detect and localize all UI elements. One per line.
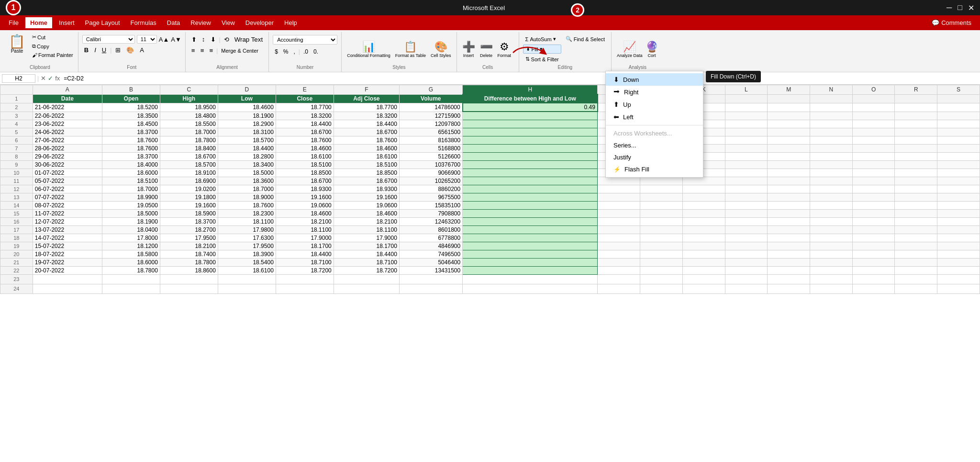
data-cell[interactable]: 12097800 [399, 120, 462, 128]
data-cell[interactable]: 19.1600 [334, 193, 399, 201]
bold-button[interactable]: B [82, 45, 90, 55]
data-cell[interactable]: 18.4600 [276, 144, 334, 152]
data-cell[interactable]: 18.3700 [160, 217, 218, 225]
data-cell[interactable]: 18.2700 [160, 225, 218, 234]
data-cell[interactable]: 19-07-2022 [33, 258, 102, 266]
data-cell[interactable]: 12715900 [399, 112, 462, 120]
data-cell-H[interactable] [463, 217, 598, 225]
data-cell[interactable]: 7496500 [399, 250, 462, 258]
header-adj-close[interactable]: Adj Close [334, 94, 399, 103]
data-cell[interactable]: 18.7000 [160, 128, 218, 136]
data-cell[interactable]: 18.4400 [276, 250, 334, 258]
data-cell[interactable]: 18.7200 [276, 266, 334, 274]
data-cell[interactable]: 18.3400 [218, 160, 276, 169]
data-cell[interactable]: 18.1100 [218, 217, 276, 225]
data-cell[interactable]: 17.8000 [102, 234, 160, 242]
data-cell[interactable]: 7908800 [399, 209, 462, 217]
align-bottom-button[interactable]: ⬇ [209, 35, 218, 44]
menu-help[interactable]: Help [279, 17, 302, 28]
data-cell[interactable]: 18.3200 [276, 112, 334, 120]
data-cell[interactable]: 05-07-2022 [33, 177, 102, 185]
data-cell-H[interactable] [463, 185, 598, 193]
header-low[interactable]: Low [218, 94, 276, 103]
format-button[interactable]: ⚙ Format [496, 39, 513, 59]
format-painter-button[interactable]: 🖌 Format Painter [30, 51, 75, 59]
sort-filter-button[interactable]: ⇅ Sort & Filter [523, 55, 561, 63]
fill-justify-item[interactable]: Justify [606, 151, 703, 163]
autosum-button[interactable]: Σ AutoSum ▾ [523, 35, 561, 43]
data-cell[interactable]: 24-06-2022 [33, 128, 102, 136]
data-cell-H[interactable] [463, 160, 598, 169]
data-cell[interactable]: 01-07-2022 [33, 169, 102, 177]
cancel-formula-icon[interactable]: ✕ [41, 75, 46, 82]
data-cell[interactable]: 18.4400 [334, 120, 399, 128]
fill-dropdown-menu[interactable]: ⬇ Down ⮕ Right ⬆ Up ⬅ Left Across Worksh… [605, 71, 703, 178]
data-cell[interactable]: 18.1700 [334, 242, 399, 250]
data-cell-H[interactable]: 0.49 [463, 103, 598, 112]
data-cell[interactable]: 18.3600 [218, 177, 276, 185]
conditional-formatting-button[interactable]: 📊 Conditional Formatting [345, 39, 392, 59]
data-cell[interactable]: 18.6100 [276, 152, 334, 160]
header-open[interactable]: Open [102, 94, 160, 103]
data-cell[interactable]: 18.9300 [334, 185, 399, 193]
data-cell[interactable]: 23-06-2022 [33, 120, 102, 128]
data-cell[interactable]: 19.1800 [160, 193, 218, 201]
data-cell[interactable]: 18.5700 [160, 160, 218, 169]
cort-button[interactable]: 🔮 Cort [644, 39, 660, 59]
data-cell-H[interactable] [463, 136, 598, 144]
fill-dropdown-icon[interactable]: ▾ [540, 46, 543, 52]
data-cell-H[interactable] [463, 225, 598, 234]
data-cell[interactable]: 18.1700 [276, 242, 334, 250]
data-cell[interactable]: 18.6700 [276, 128, 334, 136]
col-header-F[interactable]: F [334, 85, 399, 95]
data-cell[interactable]: 13431500 [399, 266, 462, 274]
data-cell-H[interactable] [463, 152, 598, 160]
fill-flash-fill-item[interactable]: ⚡ Flash Fill [606, 163, 703, 175]
copy-button[interactable]: ⧉ Copy [30, 42, 75, 50]
data-cell[interactable]: 18.5100 [102, 177, 160, 185]
menu-file[interactable]: File [4, 17, 23, 28]
data-cell[interactable]: 27-06-2022 [33, 136, 102, 144]
data-cell[interactable]: 18.8600 [160, 266, 218, 274]
format-table-button[interactable]: 📋 Format as Table [394, 39, 427, 59]
fill-left-item[interactable]: ⬅ Left [606, 111, 703, 123]
align-right-button[interactable]: ≡ [207, 46, 215, 55]
paste-button[interactable]: 📋 Paste [5, 33, 29, 56]
col-header-D[interactable]: D [218, 85, 276, 95]
data-cell[interactable]: 18.7800 [102, 266, 160, 274]
increase-font-icon[interactable]: A▲ [159, 36, 169, 43]
col-header-C[interactable]: C [160, 85, 218, 95]
fill-series-item[interactable]: Series... [606, 139, 703, 151]
data-cell[interactable]: 10376700 [399, 160, 462, 169]
underline-button[interactable]: U [100, 45, 108, 55]
data-cell[interactable]: 9066900 [399, 169, 462, 177]
data-cell[interactable]: 18.6100 [218, 266, 276, 274]
data-cell[interactable]: 8601800 [399, 225, 462, 234]
data-cell[interactable]: 12-07-2022 [33, 217, 102, 225]
menu-review[interactable]: Review [186, 17, 216, 28]
comments-button[interactable]: 💬 Comments [927, 17, 976, 28]
align-middle-button[interactable]: ↕ [200, 35, 207, 44]
data-cell[interactable]: 19.0600 [276, 201, 334, 209]
col-header-M[interactable]: M [768, 85, 810, 95]
col-header-R[interactable]: R [895, 85, 937, 95]
data-cell[interactable]: 18.3700 [102, 128, 160, 136]
header-volume[interactable]: Volume [399, 94, 462, 103]
delete-button[interactable]: ➖ Delete [479, 39, 494, 59]
col-header-S[interactable]: S [937, 85, 980, 95]
data-cell-H[interactable] [463, 193, 598, 201]
data-cell[interactable]: 18.8500 [276, 169, 334, 177]
cut-button[interactable]: ✂ Cut [30, 33, 75, 41]
data-cell[interactable]: 18.6100 [334, 152, 399, 160]
spreadsheet-area[interactable]: A B C D E F G H I J K L M N O R S [0, 85, 980, 451]
decimal-button[interactable]: , [292, 47, 297, 56]
data-cell[interactable]: 18.9900 [102, 193, 160, 201]
col-header-G[interactable]: G [399, 85, 462, 95]
data-cell[interactable]: 17.9800 [218, 225, 276, 234]
data-cell[interactable]: 18.9000 [218, 193, 276, 201]
align-center-button[interactable]: ≡ [199, 46, 206, 55]
data-cell[interactable]: 18.6000 [102, 169, 160, 177]
data-cell[interactable]: 18.1900 [218, 112, 276, 120]
data-cell[interactable]: 20-07-2022 [33, 266, 102, 274]
font-color-button[interactable]: A [138, 45, 146, 55]
